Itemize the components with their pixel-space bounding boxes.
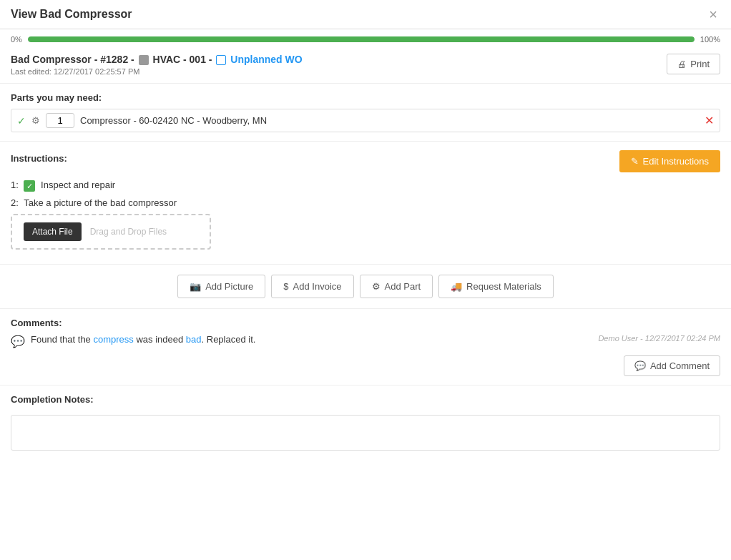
completion-notes-input[interactable] xyxy=(11,415,720,451)
wo-icon xyxy=(216,55,226,65)
add-comment-row: 💬 Add Comment xyxy=(11,355,720,376)
modal-header: View Bad Compressor × xyxy=(0,0,731,29)
instruction-1-number: 1: xyxy=(11,180,19,190)
request-materials-button[interactable]: 🚚 Request Materials xyxy=(438,275,554,298)
add-invoice-label: Add Invoice xyxy=(293,281,342,292)
print-icon: 🖨 xyxy=(677,59,687,69)
title-text: Bad Compressor - #1282 - xyxy=(11,54,134,65)
parts-quantity-input[interactable] xyxy=(46,113,74,128)
gear-icon: ⚙ xyxy=(372,281,381,292)
add-invoice-button[interactable]: $ Add Invoice xyxy=(271,275,353,298)
instruction-item-1: 1: ✓ Inspect and repair xyxy=(11,180,720,192)
progress-label-right: 100% xyxy=(700,35,720,44)
comments-label: Comments: xyxy=(11,318,720,328)
hvac-label: HVAC - 001 - xyxy=(153,54,212,65)
last-edited: Last edited: 12/27/2017 02:25:57 PM xyxy=(11,67,303,76)
info-left: Bad Compressor - #1282 - HVAC - 001 - Un… xyxy=(11,54,303,76)
comment-text: Found that the compress was indeed bad. … xyxy=(31,334,255,345)
attach-file-button[interactable]: Attach File xyxy=(24,222,82,241)
comment-row: 💬 Found that the compress was indeed bad… xyxy=(11,334,720,348)
close-button[interactable]: × xyxy=(706,7,720,21)
action-buttons-section: 📷 Add Picture $ Add Invoice ⚙ Add Part 🚚… xyxy=(0,265,731,309)
instructions-section: Instructions: ✎ Edit Instructions 1: ✓ I… xyxy=(0,142,731,265)
camera-icon: 📷 xyxy=(190,281,201,292)
parts-label: Parts you may need: xyxy=(11,92,720,103)
modal-title: View Bad Compressor xyxy=(11,8,132,21)
comment-left: 💬 Found that the compress was indeed bad… xyxy=(11,334,255,348)
progress-bar-container xyxy=(28,36,695,42)
parts-section: Parts you may need: ✓ ⚙ Compressor - 60-… xyxy=(0,84,731,142)
add-picture-button[interactable]: 📷 Add Picture xyxy=(177,275,265,298)
drag-drop-label: Drag and Drop Files xyxy=(90,227,167,237)
info-section: Bad Compressor - #1282 - HVAC - 001 - Un… xyxy=(0,46,731,84)
parts-description: Compressor - 60-02420 NC - Woodberry, MN xyxy=(80,115,699,126)
instruction-2-text: Take a picture of the bad compressor xyxy=(24,197,177,208)
add-comment-button[interactable]: 💬 Add Comment xyxy=(624,355,720,376)
add-comment-icon: 💬 xyxy=(634,360,646,371)
instruction-1-text: Inspect and repair xyxy=(41,180,115,190)
add-part-button[interactable]: ⚙ Add Part xyxy=(360,275,433,298)
truck-icon: 🚚 xyxy=(451,281,462,292)
progress-section: 0% 100% xyxy=(0,29,731,46)
parts-row: ✓ ⚙ Compressor - 60-02420 NC - Woodberry… xyxy=(11,109,720,132)
progress-bar-fill xyxy=(28,36,695,42)
modal-container: View Bad Compressor × 0% 100% Bad Compre… xyxy=(0,0,731,560)
comment-meta: Demo User - 12/27/2017 02:24 PM xyxy=(598,334,720,343)
dollar-icon: $ xyxy=(283,281,288,292)
wo-link[interactable]: Unplanned WO xyxy=(230,54,302,65)
parts-gear-icon[interactable]: ⚙ xyxy=(31,115,40,126)
edit-instructions-label: Edit Instructions xyxy=(643,156,710,167)
edit-instructions-button[interactable]: ✎ Edit Instructions xyxy=(619,150,721,172)
parts-remove-button[interactable]: ✕ xyxy=(705,114,714,127)
progress-label-left: 0% xyxy=(11,35,22,44)
add-picture-label: Add Picture xyxy=(205,281,253,292)
hvac-icon xyxy=(139,55,149,65)
completion-label: Completion Notes: xyxy=(11,394,720,405)
file-drop-area: Attach File Drag and Drop Files xyxy=(11,214,211,250)
info-title: Bad Compressor - #1282 - HVAC - 001 - Un… xyxy=(11,54,303,65)
instructions-header: Instructions: ✎ Edit Instructions xyxy=(11,150,720,172)
instruction-2-number: 2: xyxy=(11,197,19,208)
pencil-icon: ✎ xyxy=(631,156,639,167)
instructions-label: Instructions: xyxy=(11,153,67,164)
instruction-1-checkbox: ✓ xyxy=(24,180,35,192)
completion-section: Completion Notes: xyxy=(0,385,731,461)
parts-check-icon: ✓ xyxy=(17,115,26,127)
comments-section: Comments: 💬 Found that the compress was … xyxy=(0,309,731,385)
print-button[interactable]: 🖨 Print xyxy=(667,54,720,74)
print-label: Print xyxy=(690,59,710,69)
add-part-label: Add Part xyxy=(385,281,421,292)
instruction-item-2: 2: Take a picture of the bad compressor … xyxy=(11,197,720,250)
comment-bubble-icon: 💬 xyxy=(11,335,25,348)
request-materials-label: Request Materials xyxy=(466,281,541,292)
add-comment-label: Add Comment xyxy=(650,360,710,371)
